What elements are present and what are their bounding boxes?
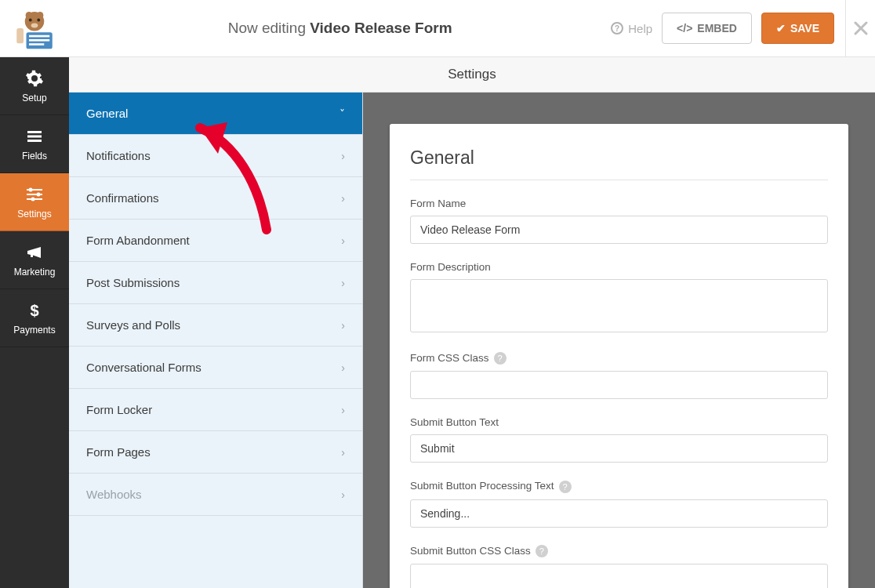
help-icon[interactable]: ?	[559, 481, 572, 493]
form-desc-label: Form Description	[410, 261, 828, 273]
app-logo[interactable]	[0, 0, 69, 57]
chevron-right-icon: ›	[341, 192, 345, 205]
submit-css-label: Submit Button CSS Class?	[410, 545, 828, 557]
svg-rect-16	[27, 135, 42, 137]
svg-point-23	[31, 197, 35, 201]
settings-item-label: Conversational Forms	[86, 361, 202, 374]
field-form-description: Form Description	[410, 261, 828, 335]
rail-item-settings[interactable]: Settings	[0, 173, 69, 231]
dollar-icon: $	[25, 301, 44, 320]
settings-item-form-locker[interactable]: Form Locker ›	[69, 389, 362, 431]
settings-item-label: Form Pages	[86, 445, 151, 459]
svg-point-22	[37, 192, 41, 196]
settings-item-label: Surveys and Polls	[86, 318, 180, 332]
chevron-right-icon: ›	[341, 488, 345, 501]
svg-point-3	[29, 19, 32, 22]
settings-item-label: Confirmations	[86, 191, 159, 205]
svg-rect-10	[29, 43, 44, 45]
svg-point-2	[37, 12, 44, 19]
svg-rect-8	[29, 35, 49, 38]
sliders-icon	[25, 185, 44, 204]
nav-rail: Setup Fields Settings Marketing $ Paymen…	[0, 57, 69, 588]
settings-item-general[interactable]: General ˅	[69, 93, 362, 135]
topbar: Now editing Video Release Form ? Help </…	[0, 0, 875, 57]
form-desc-input[interactable]	[410, 279, 828, 332]
code-icon: </>	[677, 22, 692, 34]
field-submit-processing: Submit Button Processing Text?	[410, 480, 828, 527]
submit-proc-input[interactable]	[410, 499, 828, 528]
submit-css-input[interactable]	[410, 564, 828, 588]
settings-item-webhooks[interactable]: Webhooks ›	[69, 474, 362, 516]
settings-item-confirmations[interactable]: Confirmations ›	[69, 177, 362, 220]
help-icon[interactable]: ?	[494, 352, 506, 365]
svg-text:$: $	[30, 302, 38, 319]
settings-item-label: Webhooks	[86, 488, 142, 501]
field-submit-text: Submit Button Text	[410, 416, 828, 463]
chevron-right-icon: ›	[341, 277, 345, 289]
rail-label: Fields	[22, 151, 47, 162]
rail-label: Marketing	[14, 267, 56, 278]
settings-sidebar: General ˅ Notifications › Confirmations …	[69, 93, 363, 588]
megaphone-icon	[25, 243, 44, 262]
panels: General ˅ Notifications › Confirmations …	[69, 93, 875, 588]
chevron-right-icon: ›	[341, 361, 345, 374]
check-icon: ✔	[776, 22, 786, 34]
svg-point-21	[29, 187, 33, 191]
editing-prefix: Now editing	[228, 20, 306, 36]
page-title: Now editing Video Release Form	[69, 20, 611, 37]
svg-text:?: ?	[615, 24, 619, 33]
settings-item-post-submissions[interactable]: Post Submissions ›	[69, 262, 362, 304]
card-heading: General	[410, 147, 828, 180]
chevron-right-icon: ›	[341, 404, 345, 416]
svg-point-4	[37, 19, 40, 22]
svg-rect-9	[29, 39, 49, 42]
rail-label: Settings	[17, 209, 51, 220]
svg-point-5	[31, 23, 38, 27]
rail-item-marketing[interactable]: Marketing	[0, 231, 69, 289]
settings-item-form-abandonment[interactable]: Form Abandonment ›	[69, 220, 362, 262]
chevron-right-icon: ›	[341, 150, 345, 162]
form-css-input[interactable]	[410, 371, 828, 399]
settings-item-label: Notifications	[86, 149, 151, 162]
svg-rect-15	[27, 131, 42, 133]
content-area: General Form Name Form Description Form …	[363, 93, 875, 588]
submit-text-label: Submit Button Text	[410, 416, 828, 428]
close-button[interactable]	[845, 0, 875, 57]
main-area: Setup Fields Settings Marketing $ Paymen…	[0, 57, 875, 588]
form-name-input[interactable]	[410, 216, 828, 244]
rail-item-fields[interactable]: Fields	[0, 115, 69, 173]
submit-text-input[interactable]	[410, 434, 828, 463]
svg-rect-6	[16, 28, 24, 43]
rail-item-setup[interactable]: Setup	[0, 57, 69, 115]
help-icon[interactable]: ?	[536, 545, 548, 557]
settings-header: Settings	[69, 57, 875, 93]
save-button[interactable]: ✔ SAVE	[761, 13, 834, 44]
settings-item-notifications[interactable]: Notifications ›	[69, 135, 362, 177]
submit-proc-label: Submit Button Processing Text?	[410, 480, 828, 492]
list-icon	[25, 127, 44, 146]
settings-item-surveys-polls[interactable]: Surveys and Polls ›	[69, 304, 362, 347]
embed-button[interactable]: </> EMBED	[662, 13, 752, 44]
gear-icon	[25, 69, 44, 88]
right-area: Settings General ˅ Notifications › Confi…	[69, 57, 875, 588]
field-form-name: Form Name	[410, 198, 828, 244]
rail-label: Setup	[22, 93, 46, 103]
field-submit-css: Submit Button CSS Class?	[410, 545, 828, 588]
settings-item-label: General	[86, 107, 128, 120]
rail-item-payments[interactable]: $ Payments	[0, 289, 69, 347]
field-form-css: Form CSS Class?	[410, 352, 828, 399]
embed-label: EMBED	[697, 22, 737, 34]
form-name-label: Form Name	[410, 198, 828, 209]
form-css-label: Form CSS Class?	[410, 352, 828, 365]
settings-item-label: Post Submissions	[86, 276, 180, 289]
help-link[interactable]: ? Help	[611, 22, 652, 35]
top-actions: ? Help </> EMBED ✔ SAVE	[611, 13, 845, 44]
chevron-down-icon: ˅	[339, 107, 345, 120]
settings-item-conversational-forms[interactable]: Conversational Forms ›	[69, 347, 362, 389]
chevron-right-icon: ›	[341, 446, 345, 459]
svg-point-1	[26, 12, 33, 19]
chevron-right-icon: ›	[341, 234, 345, 247]
settings-item-form-pages[interactable]: Form Pages ›	[69, 431, 362, 474]
form-title: Video Release Form	[310, 20, 452, 36]
svg-rect-17	[27, 140, 42, 142]
